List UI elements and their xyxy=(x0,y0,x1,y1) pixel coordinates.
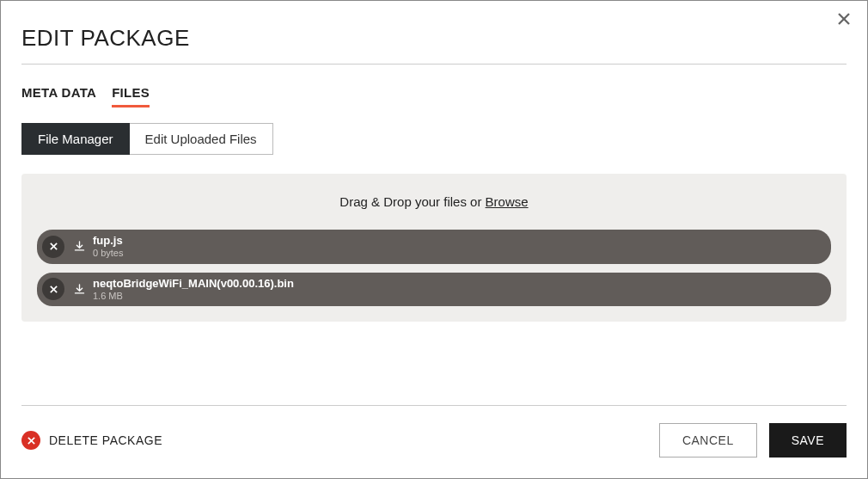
close-icon xyxy=(836,11,852,27)
content-area: Drag & Drop your files or Browse fup.js xyxy=(1,155,867,379)
download-icon xyxy=(73,240,86,253)
cancel-button[interactable]: CANCEL xyxy=(659,423,757,458)
close-icon xyxy=(49,285,58,294)
file-name: fup.js xyxy=(93,235,123,248)
modal-header: EDIT PACKAGE xyxy=(1,1,867,73)
file-info: neqtoBridgeWiFi_MAIN(v00.00.16).bin 1.6 … xyxy=(93,278,294,302)
file-name: neqtoBridgeWiFi_MAIN(v00.00.16).bin xyxy=(93,278,294,291)
delete-package-button[interactable]: DELETE PACKAGE xyxy=(21,431,162,450)
dropzone-text: Drag & Drop your files or xyxy=(339,194,485,209)
close-button[interactable] xyxy=(836,11,852,30)
tab-files[interactable]: FILES xyxy=(112,85,150,107)
edit-package-modal: EDIT PACKAGE META DATA FILES File Manage… xyxy=(0,0,868,479)
download-icon xyxy=(73,283,86,296)
delete-package-label: DELETE PACKAGE xyxy=(49,433,162,447)
file-info: fup.js 0 bytes xyxy=(93,235,123,259)
delete-icon xyxy=(21,431,40,450)
subtab-file-manager[interactable]: File Manager xyxy=(21,123,130,155)
save-button[interactable]: SAVE xyxy=(769,423,847,458)
file-row: fup.js 0 bytes xyxy=(37,230,831,264)
dropzone-label: Drag & Drop your files or Browse xyxy=(37,194,831,209)
tab-meta-data[interactable]: META DATA xyxy=(21,85,96,107)
modal-title: EDIT PACKAGE xyxy=(21,25,847,64)
close-icon xyxy=(49,242,58,251)
file-row: neqtoBridgeWiFi_MAIN(v00.00.16).bin 1.6 … xyxy=(37,273,831,307)
browse-link[interactable]: Browse xyxy=(486,194,529,209)
modal-footer: DELETE PACKAGE CANCEL SAVE xyxy=(21,405,847,478)
subtab-bar: File Manager Edit Uploaded Files xyxy=(1,107,867,155)
file-size: 1.6 MB xyxy=(93,291,294,302)
file-size: 0 bytes xyxy=(93,248,123,259)
tab-bar: META DATA FILES xyxy=(1,73,867,107)
footer-buttons: CANCEL SAVE xyxy=(659,423,847,458)
dropzone[interactable]: Drag & Drop your files or Browse fup.js xyxy=(21,174,847,322)
remove-file-button[interactable] xyxy=(42,278,64,300)
subtab-edit-uploaded[interactable]: Edit Uploaded Files xyxy=(130,123,273,155)
remove-file-button[interactable] xyxy=(42,236,64,258)
